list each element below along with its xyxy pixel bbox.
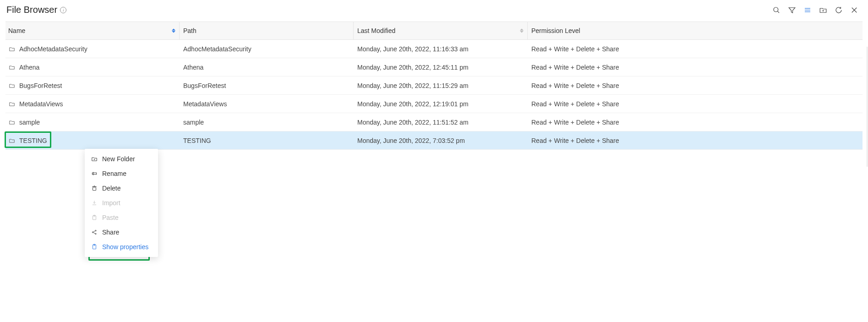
table-header: Name Path Last Modified Permission Level [5, 22, 863, 40]
file-permission: Read + Write + Delete + Share [531, 82, 619, 89]
new-folder-toolbar-icon[interactable] [819, 5, 828, 15]
table-row[interactable]: MetadataViewsMetadataViewsMonday, June 2… [5, 95, 863, 113]
vertical-scrollbar[interactable]: ▴ ▾ [861, 47, 868, 150]
import-icon [91, 200, 98, 206]
menu-item-label: Rename [102, 170, 126, 177]
menu-item-import: Import [85, 196, 158, 210]
close-icon[interactable] [850, 5, 859, 15]
file-modified: Monday, June 20th, 2022, 11:15:29 am [357, 82, 469, 89]
table-row[interactable]: BugsForRetestBugsForRetestMonday, June 2… [5, 76, 863, 95]
menu-item-show-properties[interactable]: Show properties [85, 240, 158, 254]
folder-icon [8, 101, 16, 107]
file-permission: Read + Write + Delete + Share [531, 45, 619, 53]
svg-point-22 [95, 230, 96, 231]
file-modified: Monday, June 20th, 2022, 12:19:01 pm [357, 100, 469, 108]
svg-rect-14 [93, 187, 96, 191]
search-icon[interactable] [772, 5, 781, 15]
column-header-permission-label: Permission Level [531, 27, 580, 34]
table-body: AdhocMetadataSecurityAdhocMetadataSecuri… [5, 40, 863, 150]
header-bar: File Browser i [0, 0, 868, 22]
folder-icon [8, 119, 16, 126]
column-header-name[interactable]: Name [5, 22, 180, 39]
info-icon[interactable]: i [60, 7, 66, 13]
file-modified: Monday, June 20th, 2022, 11:51:52 am [357, 119, 469, 126]
list-icon[interactable] [803, 5, 812, 15]
file-modified: Monday, June 20th, 2022, 12:45:11 pm [357, 64, 469, 71]
file-name: BugsForRetest [19, 82, 62, 89]
table-row[interactable]: AdhocMetadataSecurityAdhocMetadataSecuri… [5, 40, 863, 58]
menu-item-rename[interactable]: Rename [85, 166, 158, 181]
table-row[interactable]: TESTINGTESTINGMonday, June 20th, 2022, 7… [5, 131, 863, 150]
svg-line-25 [93, 233, 95, 234]
file-permission: Read + Write + Delete + Share [531, 64, 619, 71]
menu-item-label: Delete [102, 185, 120, 192]
menu-item-share[interactable]: Share [85, 225, 158, 240]
folder-icon [8, 82, 16, 89]
file-name: MetadataViews [19, 100, 63, 108]
menu-item-label: Paste [102, 214, 119, 221]
file-permission: Read + Write + Delete + Share [531, 137, 619, 144]
file-path: TESTING [183, 137, 211, 144]
rename-icon [91, 170, 98, 177]
file-name: sample [19, 119, 40, 126]
file-name: AdhocMetadataSecurity [19, 45, 87, 53]
file-path: Athena [183, 64, 203, 71]
file-path: BugsForRetest [183, 82, 226, 89]
paste-icon [91, 214, 98, 221]
column-header-name-label: Name [8, 27, 25, 34]
file-table: Name Path Last Modified Permission Level… [5, 22, 863, 150]
context-menu: New FolderRenameDeleteImportPasteShareSh… [85, 149, 158, 257]
column-header-permission[interactable]: Permission Level [528, 22, 863, 39]
svg-point-21 [92, 232, 93, 233]
folder-icon [8, 137, 16, 144]
properties-icon [91, 244, 98, 250]
menu-item-new-folder[interactable]: New Folder [85, 152, 158, 166]
svg-line-24 [93, 231, 95, 232]
menu-item-label: Share [102, 229, 119, 236]
file-name: TESTING [19, 137, 47, 144]
file-path: AdhocMetadataSecurity [183, 45, 251, 53]
table-row[interactable]: samplesampleMonday, June 20th, 2022, 11:… [5, 113, 863, 131]
folder-icon [8, 46, 16, 52]
folder-icon [8, 64, 16, 71]
file-path: sample [183, 119, 204, 126]
title-wrap: File Browser i [6, 5, 66, 15]
page-title: File Browser [6, 5, 57, 15]
content-area: Name Path Last Modified Permission Level… [0, 22, 868, 150]
menu-item-delete[interactable]: Delete [85, 181, 158, 196]
svg-marker-2 [789, 7, 795, 12]
file-name: Athena [19, 64, 39, 71]
menu-item-label: New Folder [102, 155, 135, 163]
column-header-modified[interactable]: Last Modified [354, 22, 528, 39]
new-folder-icon [91, 156, 98, 162]
toolbar [772, 5, 862, 15]
menu-item-paste: Paste [85, 210, 158, 225]
column-header-path-label: Path [183, 27, 197, 34]
refresh-icon[interactable] [834, 5, 843, 15]
table-row[interactable]: AthenaAthenaMonday, June 20th, 2022, 12:… [5, 58, 863, 76]
svg-point-23 [95, 233, 96, 234]
svg-rect-12 [92, 173, 96, 175]
svg-point-0 [774, 7, 778, 12]
file-path: MetadataViews [183, 100, 227, 108]
menu-item-label: Import [102, 199, 120, 207]
file-modified: Monday, June 20th, 2022, 11:16:33 am [357, 45, 469, 53]
file-modified: Monday, June 20th, 2022, 7:03:52 pm [357, 137, 465, 144]
svg-line-1 [777, 11, 779, 13]
sort-icon[interactable] [520, 29, 524, 33]
sort-icon[interactable] [172, 29, 175, 33]
column-header-modified-label: Last Modified [357, 27, 395, 34]
file-permission: Read + Write + Delete + Share [531, 100, 619, 108]
filter-icon[interactable] [787, 5, 797, 15]
column-header-path[interactable]: Path [180, 22, 354, 39]
menu-item-label: Show properties [102, 243, 148, 251]
share-icon [91, 229, 98, 235]
delete-icon [91, 185, 98, 191]
file-permission: Read + Write + Delete + Share [531, 119, 619, 126]
